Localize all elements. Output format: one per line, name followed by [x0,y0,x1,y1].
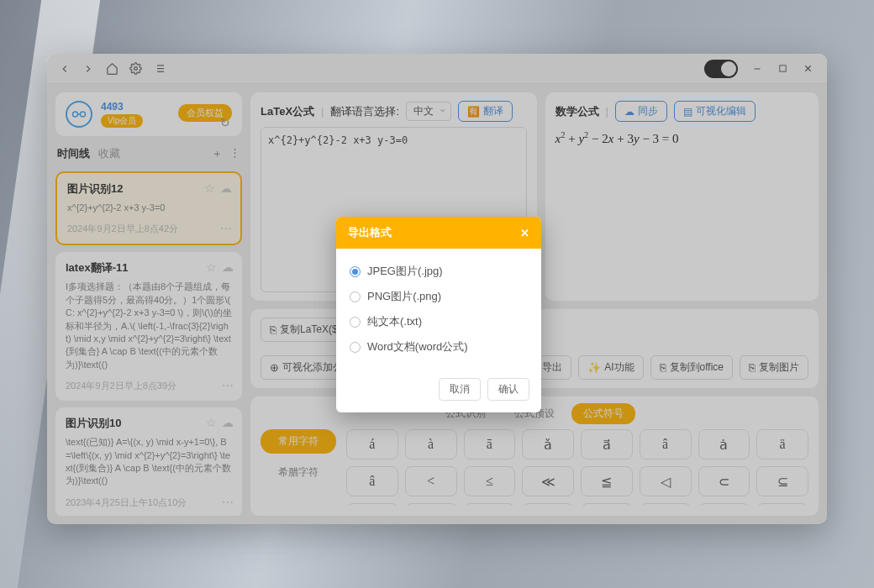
modal-footer: 取消 确认 [336,370,541,412]
export-option[interactable]: PNG图片(.png) [350,284,528,309]
export-option-label: JPEG图片(.jpg) [367,264,443,279]
radio-icon [350,266,361,277]
cancel-button[interactable]: 取消 [439,378,481,401]
export-modal: 导出格式 ✕ JPEG图片(.jpg)PNG图片(.png)纯文本(.txt)W… [336,217,541,412]
radio-icon [350,342,361,353]
radio-icon [350,317,361,328]
radio-icon [350,291,361,302]
export-option-label: 纯文本(.txt) [367,314,422,329]
modal-close-icon[interactable]: ✕ [520,227,529,239]
export-option[interactable]: Word文档(word公式) [350,334,528,360]
modal-title: 导出格式 [348,225,392,240]
export-option-label: PNG图片(.png) [367,289,441,304]
export-option[interactable]: 纯文本(.txt) [350,309,528,334]
export-option-label: Word文档(word公式) [367,339,468,354]
confirm-button[interactable]: 确认 [487,378,529,401]
modal-header: 导出格式 ✕ [336,217,541,249]
export-option[interactable]: JPEG图片(.jpg) [350,259,528,284]
modal-body: JPEG图片(.jpg)PNG图片(.png)纯文本(.txt)Word文档(w… [336,249,541,370]
